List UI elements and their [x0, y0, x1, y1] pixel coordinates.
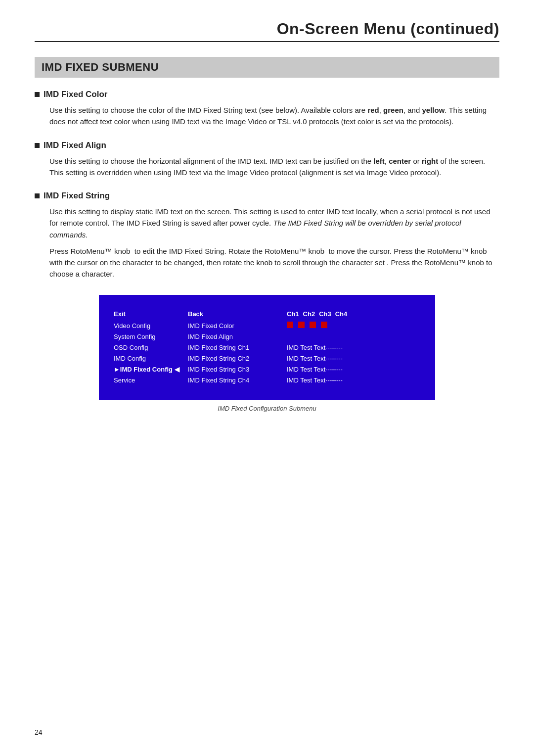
page: On-Screen Menu (continued) IMD FIXED SUB… [0, 0, 534, 452]
osd-col2-row6: IMD Fixed String Ch4 [188, 375, 287, 386]
osd-col3-row6: IMD Test Text-------- [287, 375, 420, 386]
osd-table: Exit Back Ch1 Ch2 Ch3 Ch4 Video Config [114, 309, 420, 386]
subsection-imd-fixed-color: IMD Fixed Color Use this setting to choo… [35, 90, 499, 128]
ch3-label: Ch3 [319, 309, 331, 320]
color-para-1: Use this setting to choose the color of … [49, 104, 499, 128]
string-para-1: Use this setting to display static IMD t… [49, 206, 499, 240]
align-para-1: Use this setting to choose the horizonta… [49, 155, 499, 179]
osd-col2-row2: IMD Fixed Align [188, 331, 287, 342]
osd-col2-row1: IMD Fixed Color [188, 321, 287, 331]
ch4-color-square [321, 322, 327, 328]
osd-col2-row3: IMD Fixed String Ch1 [188, 342, 287, 353]
osd-row-1: Video Config IMD Fixed Color [114, 321, 420, 331]
ch2-color-square [298, 322, 305, 328]
section-title: IMD FIXED SUBMENU [42, 61, 492, 74]
subsection-title-color: IMD Fixed Color [35, 90, 499, 99]
page-title: On-Screen Menu (continued) [35, 20, 499, 38]
osd-row-6: Service IMD Fixed String Ch4 IMD Test Te… [114, 375, 420, 386]
osd-caption: IMD Fixed Configuration Submenu [35, 405, 499, 412]
osd-col2-heading: Back [188, 309, 287, 321]
osd-row-2: System Config IMD Fixed Align [114, 331, 420, 342]
osd-col1-row1: Video Config [114, 321, 188, 331]
osd-col3-row3: IMD Test Text-------- [287, 342, 420, 353]
ch4-label: Ch4 [335, 309, 348, 320]
subsection-label-color: IMD Fixed Color [44, 90, 107, 99]
subsection-title-string: IMD Fixed String [35, 191, 499, 201]
ch1-color-square [287, 322, 293, 328]
osd-col1-row2: System Config [114, 331, 188, 342]
osd-col1-row3: OSD Config [114, 342, 188, 353]
osd-col1-row6: Service [114, 375, 188, 386]
osd-col3-row1 [287, 321, 420, 331]
page-header: On-Screen Menu (continued) [35, 20, 499, 42]
subsection-label-string: IMD Fixed String [44, 191, 110, 201]
osd-screenshot: Exit Back Ch1 Ch2 Ch3 Ch4 Video Config [99, 295, 435, 400]
osd-col3-heading: Ch1 Ch2 Ch3 Ch4 [287, 309, 420, 321]
subsection-body-align: Use this setting to choose the horizonta… [35, 155, 499, 179]
ch1-label: Ch1 [287, 309, 299, 320]
osd-row-4: IMD Config IMD Fixed String Ch2 IMD Test… [114, 353, 420, 364]
osd-row-5: ►IMD Fixed Config ◀ IMD Fixed String Ch3… [114, 364, 420, 375]
osd-row-heading: Exit Back Ch1 Ch2 Ch3 Ch4 [114, 309, 420, 321]
subsection-body-string: Use this setting to display static IMD t… [35, 206, 499, 280]
osd-col2-row5: IMD Fixed String Ch3 [188, 364, 287, 375]
bullet-icon [35, 92, 40, 97]
subsection-label-align: IMD Fixed Align [44, 141, 106, 150]
subsection-title-align: IMD Fixed Align [35, 141, 499, 150]
caption-text: IMD Fixed Configuration Submenu [218, 405, 316, 412]
string-para-2: Press RotoMenu™ knob to edit the IMD Fix… [49, 245, 499, 280]
osd-col3-row2 [287, 331, 420, 342]
ch2-label: Ch2 [303, 309, 315, 320]
bullet-icon [35, 193, 40, 198]
osd-col3-row4: IMD Test Text-------- [287, 353, 420, 364]
subsection-body-color: Use this setting to choose the color of … [35, 104, 499, 128]
osd-row-3: OSD Config IMD Fixed String Ch1 IMD Test… [114, 342, 420, 353]
osd-col1-heading: Exit [114, 309, 188, 321]
subsection-imd-fixed-align: IMD Fixed Align Use this setting to choo… [35, 141, 499, 179]
section-heading: IMD FIXED SUBMENU [35, 57, 499, 78]
osd-col1-row4: IMD Config [114, 353, 188, 364]
subsection-imd-fixed-string: IMD Fixed String Use this setting to dis… [35, 191, 499, 280]
bullet-icon [35, 143, 40, 148]
osd-col1-row5: ►IMD Fixed Config ◀ [114, 364, 188, 375]
page-number: 24 [35, 728, 43, 736]
ch3-color-square [310, 322, 316, 328]
osd-col3-row5: IMD Test Text-------- [287, 364, 420, 375]
osd-col2-row4: IMD Fixed String Ch2 [188, 353, 287, 364]
